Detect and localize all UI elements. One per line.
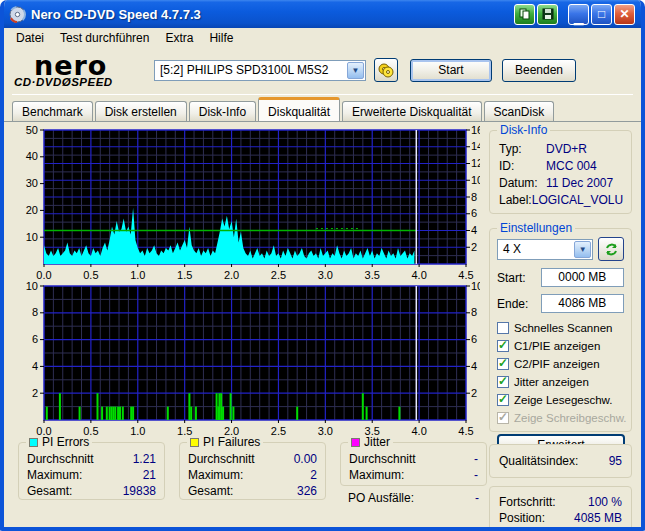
- disk-info-row: Datum:11 Dec 2007: [499, 175, 623, 192]
- speed-select-value: 4 X: [498, 242, 573, 256]
- svg-text:1.5: 1.5: [177, 269, 192, 280]
- charts-column: 10203040502468101214160.00.51.01.52.02.5…: [4, 122, 482, 526]
- stat-value: 1.21: [133, 451, 156, 467]
- progress-row: Fortschritt:100 %: [499, 494, 622, 510]
- maximize-button[interactable]: □: [591, 4, 612, 25]
- check-icon: ✓: [498, 356, 508, 370]
- svg-text:12: 12: [471, 157, 480, 169]
- checkbox-label: Zeige Lesegeschw.: [514, 394, 612, 406]
- tab-diskqualit-t[interactable]: Diskqualität: [258, 97, 340, 121]
- checkbox-box[interactable]: ✓: [497, 376, 509, 388]
- drive-select[interactable]: [5:2] PHILIPS SPD3100L M5S2 ▼: [154, 60, 366, 81]
- stat-group-pi-errors: PI ErrorsDurchschnitt1.21Maximum:21Gesam…: [18, 442, 165, 500]
- save-icon: [542, 8, 554, 20]
- stat-label: Durchschnitt: [349, 451, 416, 467]
- stat-column-jitter: JitterDurchschnitt-Maximum:-PO Ausfälle:…: [340, 442, 487, 505]
- svg-text:4.5: 4.5: [458, 269, 473, 280]
- svg-text:6: 6: [32, 333, 38, 345]
- progress-label: Fortschritt:: [499, 494, 556, 510]
- stat-value: -: [474, 451, 478, 467]
- tab-disk-erstellen[interactable]: Disk erstellen: [95, 101, 187, 121]
- menu-extra[interactable]: Extra: [157, 29, 201, 47]
- svg-text:2: 2: [471, 387, 477, 399]
- progress-label: Geschwindigkeit:: [499, 526, 590, 531]
- svg-text:2.0: 2.0: [224, 269, 239, 280]
- svg-text:0.0: 0.0: [36, 269, 51, 280]
- checkbox-c1-pie-anzeigen[interactable]: ✓C1/PIE anzeigen: [497, 339, 624, 353]
- stats-row: PI ErrorsDurchschnitt1.21Maximum:21Gesam…: [18, 442, 482, 505]
- disk-info-row: Typ:DVD+R: [499, 141, 623, 158]
- checkbox-zeige-lesegeschw[interactable]: ✓Zeige Lesegeschw.: [497, 393, 624, 407]
- svg-text:14: 14: [471, 140, 480, 152]
- checkbox-zeige-schreibgeschw[interactable]: ✓Zeige Schreibgeschw.: [497, 411, 624, 425]
- svg-text:4.0: 4.0: [411, 269, 426, 280]
- menu-datei[interactable]: Datei: [8, 29, 52, 47]
- title-bar[interactable]: Nero CD-DVD Speed 4.7.7.3 ▁ □ ✕: [4, 0, 641, 28]
- svg-text:10: 10: [26, 231, 38, 243]
- checkbox-schnelles-scannen[interactable]: Schnelles Scannen: [497, 321, 624, 335]
- svg-text:20: 20: [26, 204, 38, 216]
- speed-select[interactable]: 4 X ▼: [497, 239, 593, 260]
- chevron-down-icon[interactable]: ▼: [574, 241, 591, 258]
- checkbox-box[interactable]: ✓: [497, 340, 509, 352]
- disc-tools-button[interactable]: [374, 58, 398, 82]
- check-icon: ✓: [498, 374, 508, 388]
- progress-row: Position:4085 MB: [499, 510, 622, 526]
- jitter-color-swatch-icon: [351, 438, 360, 447]
- progress-row: Geschwindigkeit:3.99 X: [499, 526, 622, 531]
- settings-title: Einstellungen: [497, 221, 575, 235]
- disk-info-group: Disk-Info Typ:DVD+RID:MCC 004Datum:11 De…: [489, 130, 632, 214]
- stat-row: Gesamt:326: [188, 483, 317, 499]
- tab-erweiterte-diskqualit-t[interactable]: Erweiterte Diskqualität: [342, 101, 481, 121]
- save-button[interactable]: [537, 4, 558, 25]
- tab-strip: BenchmarkDisk erstellenDisk-InfoDiskqual…: [4, 95, 641, 121]
- disk-info-value: DVD+R: [546, 141, 587, 158]
- svg-text:8: 8: [471, 306, 477, 318]
- po-failures-row: PO Ausfälle:-: [348, 491, 479, 505]
- quit-button[interactable]: Beenden: [502, 59, 576, 82]
- checkbox-label: C2/PIF anzeigen: [514, 358, 600, 370]
- checkbox-box[interactable]: ✓: [497, 394, 509, 406]
- quality-index-value: 95: [609, 454, 622, 477]
- stat-row: Maximum:21: [27, 467, 156, 483]
- app-icon: [9, 6, 26, 23]
- svg-text:1.0: 1.0: [130, 425, 145, 436]
- svg-text:8: 8: [471, 191, 477, 203]
- end-field[interactable]: 4086 MB: [541, 294, 624, 313]
- checkbox-box[interactable]: ✓: [497, 412, 509, 424]
- tab-scandisk[interactable]: ScanDisk: [484, 101, 555, 121]
- checkbox-box[interactable]: [497, 322, 509, 334]
- start-button[interactable]: Start: [410, 59, 492, 82]
- tab-benchmark[interactable]: Benchmark: [12, 101, 93, 121]
- copy-button[interactable]: [514, 4, 535, 25]
- svg-text:10: 10: [471, 280, 480, 292]
- checkbox-c2-pif-anzeigen[interactable]: ✓C2/PIF anzeigen: [497, 357, 624, 371]
- tab-disk-info[interactable]: Disk-Info: [189, 101, 256, 121]
- svg-text:4: 4: [32, 360, 38, 372]
- svg-text:0.5: 0.5: [83, 269, 98, 280]
- svg-text:2.5: 2.5: [271, 425, 286, 436]
- progress-label: Position:: [499, 510, 545, 526]
- svg-text:2: 2: [471, 241, 477, 253]
- svg-text:3.0: 3.0: [318, 425, 333, 436]
- stat-group-title: PI Failures: [187, 435, 263, 449]
- minimize-button[interactable]: ▁: [568, 4, 589, 25]
- checkbox-label: Schnelles Scannen: [514, 322, 612, 334]
- stat-label: Gesamt:: [188, 483, 233, 499]
- menu-test-durchf-hren[interactable]: Test durchführen: [52, 29, 157, 47]
- minimize-icon: ▁: [574, 12, 583, 24]
- disk-info-row: Label:LOGICAL_VOLU: [499, 192, 623, 209]
- stat-value: 326: [297, 483, 317, 499]
- disk-info-value: LOGICAL_VOLU: [532, 192, 623, 209]
- start-field[interactable]: 0000 MB: [541, 268, 624, 287]
- close-button[interactable]: ✕: [614, 4, 635, 25]
- checkbox-jitter-anzeigen[interactable]: ✓Jitter anzeigen: [497, 375, 624, 389]
- refresh-button[interactable]: [598, 237, 624, 261]
- discs-icon: [378, 62, 394, 78]
- stat-label: Maximum:: [188, 467, 243, 483]
- menu-hilfe[interactable]: Hilfe: [201, 29, 241, 47]
- chevron-down-icon[interactable]: ▼: [347, 62, 364, 79]
- checkbox-box[interactable]: ✓: [497, 358, 509, 370]
- svg-text:2.5: 2.5: [271, 269, 286, 280]
- checkbox-label: Zeige Schreibgeschw.: [514, 412, 627, 424]
